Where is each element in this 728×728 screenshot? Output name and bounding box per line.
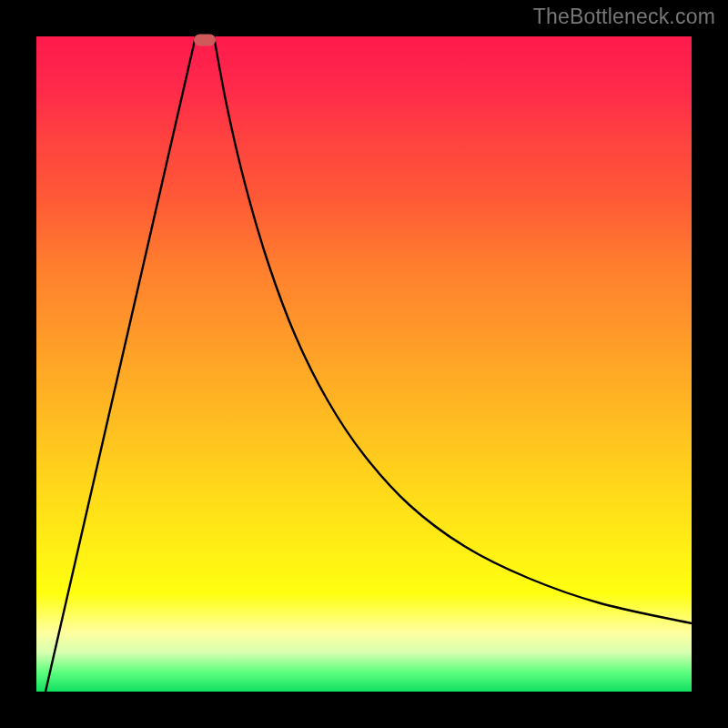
watermark-text: TheBottleneck.com: [533, 5, 715, 29]
chart-curve: [36, 36, 692, 692]
chart-area: [36, 36, 692, 692]
curve-right: [214, 36, 692, 623]
bottleneck-marker: [194, 35, 216, 46]
curve-left: [46, 36, 196, 692]
